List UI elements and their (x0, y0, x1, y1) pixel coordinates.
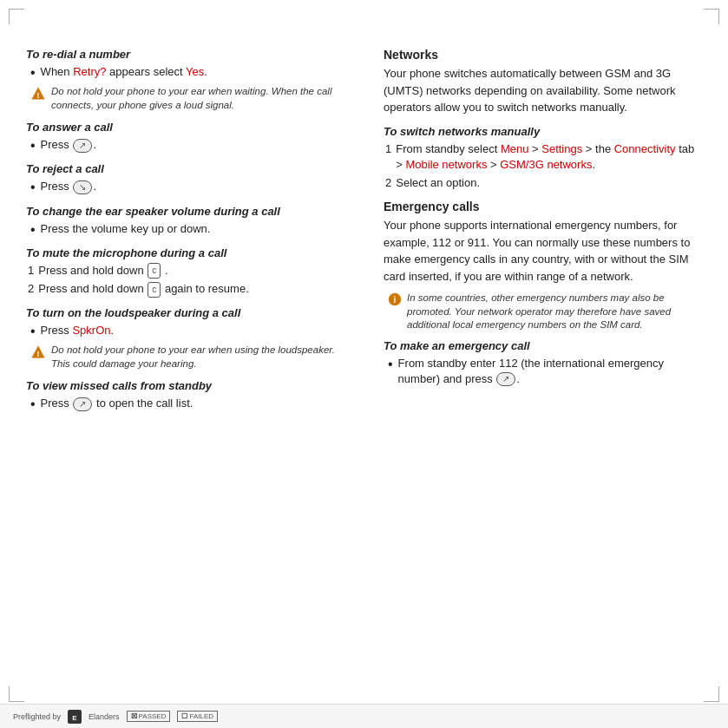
missed-text: Press ↗ to open the call list. (41, 396, 193, 411)
warning-icon-2: ! (30, 344, 46, 360)
bullet-missed: • Press ↗ to open the call list. (30, 396, 344, 412)
mute-text-2: Press and hold down c again to resume. (38, 281, 249, 298)
failed-check: ☐ (181, 712, 187, 720)
mute-num-1: 1 (28, 263, 34, 279)
bullet-dot-2: • (30, 137, 36, 154)
switch-item-2: 2 Select an option. (385, 175, 702, 191)
emergency-header: Emergency calls (384, 200, 702, 213)
call-key-emergency: ↗ (496, 372, 515, 386)
elanders-brand: Elanders (89, 712, 120, 721)
yes-link: Yes (186, 65, 204, 78)
passed-label: PASSED (139, 712, 167, 720)
gsm-link: GSM/3G networks (500, 158, 592, 171)
passed-check: ☒ (131, 712, 137, 720)
bullet-dot-5: • (30, 323, 36, 339)
reject-text: Press ↘. (41, 179, 96, 194)
section-switch-title: To switch networks manually (384, 125, 702, 138)
mute-text-1: Press and hold down c . (38, 263, 167, 279)
svg-text:!: ! (36, 349, 39, 358)
answer-text: Press ↗. (41, 137, 96, 153)
switch-text-2: Select an option. (396, 175, 480, 191)
speaker-text: Press SpkrOn. (41, 323, 115, 338)
note-icon-1: i (388, 292, 402, 306)
bullet-answer: • Press ↗. (30, 137, 344, 154)
retry-text: When Retry? appears select Yes. (41, 64, 207, 80)
failed-badge: ☐ FAILED (177, 711, 218, 722)
warning-box-2: ! Do not hold your phone to your ear whe… (30, 344, 344, 371)
connectivity-link: Connectivity (614, 142, 676, 155)
bullet-retry: • When Retry? appears select Yes. (30, 64, 344, 81)
retry-link: Retry? (73, 65, 106, 78)
bullet-speaker: • Press SpkrOn. (30, 323, 344, 339)
section-mute-title: To mute the microphone during a call (26, 246, 344, 259)
switch-num-2: 2 (385, 175, 391, 191)
emergency-text: From standby enter 112 (the internationa… (398, 356, 702, 387)
svg-text:E: E (72, 714, 77, 722)
mute-item-1: 1 Press and hold down c . (28, 263, 344, 279)
section-answer-title: To answer a call (26, 121, 344, 134)
switch-num-1: 1 (385, 141, 391, 157)
reject-key: ↘ (73, 180, 92, 194)
missed-key: ↗ (73, 397, 92, 411)
bullet-volume: • Press the volume key up or down. (30, 221, 344, 238)
section-emergency-call-title: To make an emergency call (384, 339, 702, 352)
page: To re-dial a number • When Retry? appear… (0, 0, 728, 728)
corner-mark-bl (9, 686, 24, 702)
content-area: To re-dial a number • When Retry? appear… (26, 48, 702, 680)
menu-link: Menu (501, 142, 529, 155)
corner-mark-br (704, 686, 719, 702)
preflight-bar: Preflighted by E Elanders ☒ PASSED ☐ FAI… (0, 704, 728, 728)
section-volume-title: To change the ear speaker volume during … (26, 205, 344, 218)
left-column: To re-dial a number • When Retry? appear… (26, 48, 353, 680)
preflight-label: Preflighted by (13, 712, 61, 721)
switch-text-1: From standby select Menu > Settings > th… (396, 141, 702, 173)
section-redial-title: To re-dial a number (26, 48, 344, 61)
c-key-2: c (148, 282, 161, 298)
bullet-dot-4: • (30, 221, 36, 238)
volume-text: Press the volume key up or down. (41, 221, 211, 237)
warning-box-1: ! Do not hold your phone to your ear whe… (30, 85, 344, 112)
bullet-reject: • Press ↘. (30, 179, 344, 195)
failed-label: FAILED (189, 712, 213, 720)
mobile-networks-link: Mobile networks (405, 158, 487, 171)
corner-mark-tl (9, 9, 24, 24)
bullet-emergency: • From standby enter 112 (the internatio… (388, 356, 702, 387)
c-key-1: c (148, 263, 161, 279)
bullet-dot-7: • (388, 356, 393, 372)
emergency-body: Your phone supports international emerge… (384, 217, 702, 285)
mute-item-2: 2 Press and hold down c again to resume. (28, 281, 344, 298)
svg-text:!: ! (36, 90, 39, 100)
note-box-1: i In some countries, other emergency num… (388, 292, 702, 332)
warning-icon-1: ! (30, 86, 46, 102)
networks-header: Networks (384, 48, 702, 62)
warning-text-2: Do not hold your phone to your ear when … (51, 344, 344, 371)
right-column: Networks Your phone switches automatical… (379, 48, 702, 680)
spkron-link: SpkrOn (72, 324, 110, 337)
mute-num-2: 2 (28, 281, 34, 297)
note-text-1: In some countries, other emergency numbe… (407, 292, 702, 332)
switch-item-1: 1 From standby select Menu > Settings > … (385, 141, 702, 173)
section-speaker-title: To turn on the loudspeaker during a call (26, 306, 344, 319)
elanders-icon: E (68, 710, 82, 724)
networks-body: Your phone switches automatically betwee… (384, 65, 702, 116)
corner-mark-tr (704, 9, 719, 24)
answer-key: ↗ (73, 139, 92, 153)
warning-text-1: Do not hold your phone to your ear when … (51, 85, 344, 112)
bullet-dot-3: • (30, 179, 36, 195)
settings-link: Settings (541, 142, 582, 155)
section-reject-title: To reject a call (26, 162, 344, 175)
svg-text:i: i (394, 295, 397, 305)
bullet-dot: • (30, 64, 36, 81)
bullet-dot-6: • (30, 396, 36, 412)
section-missed-title: To view missed calls from standby (26, 379, 344, 392)
passed-badge: ☒ PASSED (127, 711, 171, 722)
